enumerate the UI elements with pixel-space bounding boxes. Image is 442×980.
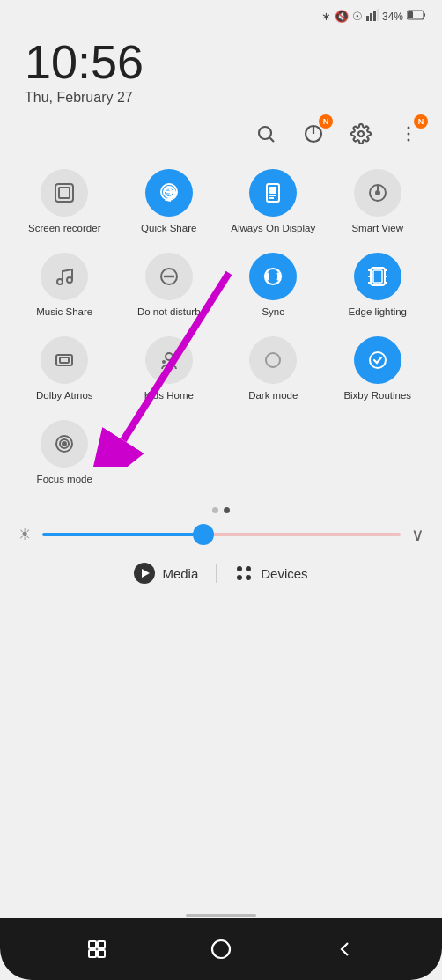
do-not-disturb-label: Do not disturb <box>137 306 201 319</box>
edge-lighting-label: Edge lighting <box>349 306 408 319</box>
brightness-icon: ☀ <box>18 525 32 544</box>
svg-rect-54 <box>89 950 96 957</box>
brightness-expand-button[interactable]: ∨ <box>411 524 424 545</box>
devices-label: Devices <box>261 566 307 581</box>
tile-sync[interactable]: Sync <box>223 247 324 324</box>
smart-view-icon <box>354 169 401 217</box>
music-share-label: Music Share <box>36 306 92 319</box>
bottom-nav-bar <box>0 918 442 980</box>
svg-rect-0 <box>366 16 369 21</box>
home-indicator <box>186 914 256 917</box>
dark-mode-label: Dark mode <box>248 389 298 402</box>
nav-back-button[interactable] <box>328 932 363 967</box>
focus-mode-label: Focus mode <box>37 473 92 486</box>
time-section: 10:56 Thu, February 27 <box>0 27 442 113</box>
power-badge: N <box>319 114 333 129</box>
settings-button[interactable] <box>345 118 377 150</box>
svg-rect-2 <box>373 11 376 21</box>
page-dot-2[interactable] <box>224 507 230 513</box>
svg-rect-6 <box>424 13 425 17</box>
brightness-slider[interactable] <box>42 533 401 536</box>
svg-rect-36 <box>56 355 72 365</box>
svg-point-13 <box>408 133 410 136</box>
action-row: N N <box>0 113 442 157</box>
svg-rect-52 <box>89 941 96 948</box>
svg-rect-3 <box>377 9 379 21</box>
more-badge: N <box>414 114 428 129</box>
tile-screen-recorder[interactable]: Screen recorder <box>14 164 115 240</box>
nav-home-button[interactable] <box>203 932 239 967</box>
svg-rect-55 <box>98 950 105 957</box>
nav-recents-button[interactable] <box>79 932 114 967</box>
svg-point-12 <box>408 127 410 129</box>
tile-edge-lighting[interactable]: Edge lighting <box>328 247 429 324</box>
svg-point-56 <box>212 940 230 958</box>
svg-point-38 <box>166 353 173 360</box>
status-icons: ∗ 🔇 ☉ 34% <box>321 9 426 24</box>
dolby-atmos-label: Dolby Atmos <box>36 389 93 402</box>
svg-point-50 <box>237 575 242 580</box>
svg-point-39 <box>162 360 166 364</box>
tile-kids-home[interactable]: Kids Home <box>119 331 220 408</box>
bluetooth-icon: ∗ <box>321 10 331 23</box>
tile-do-not-disturb[interactable]: Do not disturb <box>119 247 220 324</box>
svg-point-11 <box>358 131 364 136</box>
mute-icon: 🔇 <box>335 10 349 23</box>
page-dot-1[interactable] <box>212 507 218 513</box>
bixby-routines-label: Bixby Routines <box>343 389 411 402</box>
svg-point-7 <box>259 127 271 139</box>
svg-point-45 <box>63 442 66 446</box>
devices-icon <box>234 564 254 583</box>
time-display: 10:56 <box>25 36 417 88</box>
status-bar: ∗ 🔇 ☉ 34% <box>0 0 442 27</box>
svg-point-41 <box>266 353 280 367</box>
media-button[interactable]: Media <box>134 563 198 584</box>
svg-rect-16 <box>59 188 70 198</box>
dolby-atmos-icon <box>41 336 88 384</box>
sync-icon <box>249 253 297 300</box>
tile-always-on-display[interactable]: Always On Display <box>223 164 324 240</box>
do-not-disturb-icon <box>145 253 193 300</box>
svg-point-40 <box>173 360 176 364</box>
svg-rect-29 <box>373 270 382 283</box>
power-button[interactable]: N <box>298 118 329 150</box>
dark-mode-icon <box>249 336 297 384</box>
tile-dark-mode[interactable]: Dark mode <box>223 331 324 408</box>
pagination <box>0 498 442 519</box>
kids-home-icon <box>145 336 193 384</box>
tile-smart-view[interactable]: Smart View <box>328 164 429 240</box>
devices-button[interactable]: Devices <box>234 564 307 583</box>
focus-mode-icon <box>41 420 88 468</box>
divider <box>216 564 217 583</box>
tile-dolby-atmos[interactable]: Dolby Atmos <box>14 331 115 408</box>
always-on-display-label: Always On Display <box>231 222 315 235</box>
search-button[interactable] <box>250 118 282 150</box>
battery-text: 34% <box>382 11 403 23</box>
svg-point-51 <box>246 575 251 580</box>
svg-point-48 <box>237 566 242 571</box>
slider-thumb[interactable] <box>193 524 214 545</box>
quick-share-icon <box>145 169 193 217</box>
svg-rect-19 <box>269 187 276 194</box>
tile-focus-mode[interactable]: Focus mode <box>14 415 115 491</box>
quick-share-label: Quick Share <box>141 222 196 235</box>
bixby-routines-icon <box>354 336 401 384</box>
media-label: Media <box>162 566 198 581</box>
tiles-grid: Screen recorder Quick Share <box>0 157 442 498</box>
phone-frame: ∗ 🔇 ☉ 34% 10:56 Thu, February 27 <box>0 0 442 980</box>
wifi-icon: ☉ <box>352 10 363 23</box>
screen-recorder-label: Screen recorder <box>28 222 100 235</box>
svg-line-8 <box>270 138 275 143</box>
more-button[interactable]: N <box>393 118 424 150</box>
tile-music-share[interactable]: Music Share <box>14 247 115 324</box>
tile-quick-share[interactable]: Quick Share <box>119 164 220 240</box>
tile-bixby-routines[interactable]: Bixby Routines <box>328 331 429 408</box>
svg-point-23 <box>376 191 379 195</box>
svg-rect-53 <box>98 941 105 948</box>
svg-rect-37 <box>60 357 69 363</box>
svg-point-14 <box>408 139 410 142</box>
edge-lighting-icon <box>354 253 401 300</box>
brightness-row: ☀ ∨ <box>0 519 442 550</box>
always-on-display-icon <box>249 169 297 217</box>
smart-view-label: Smart View <box>351 222 403 235</box>
